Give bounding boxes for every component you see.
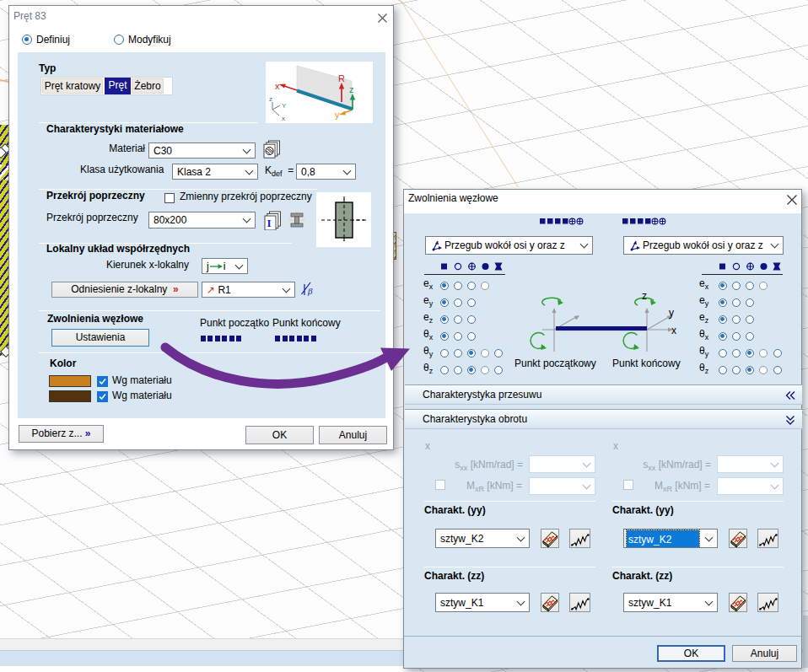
svg-text:y: y: [335, 110, 340, 120]
svg-text:z: z: [269, 95, 272, 103]
svg-text:Y: Y: [282, 102, 287, 110]
svg-text:z: z: [349, 84, 354, 94]
svg-text:I: I: [267, 217, 272, 229]
svg-text:z: z: [642, 291, 647, 302]
svg-text:y: y: [669, 307, 674, 319]
svg-text:β: β: [307, 286, 313, 296]
svg-text:R: R: [338, 73, 345, 83]
svg-text:x: x: [282, 115, 285, 122]
svg-text:x: x: [671, 325, 676, 336]
svg-text:x: x: [275, 81, 280, 91]
